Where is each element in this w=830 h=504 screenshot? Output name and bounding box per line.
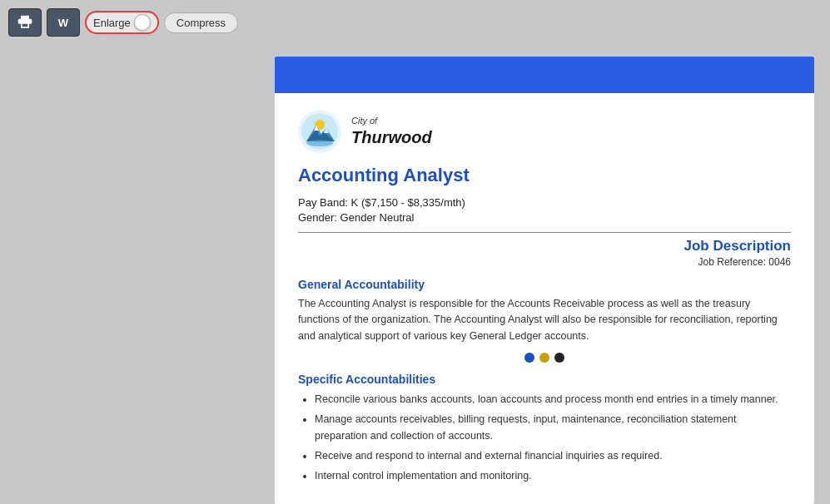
section-divider — [298, 232, 791, 233]
dot-2[interactable] — [539, 353, 549, 363]
toggle-circle[interactable] — [134, 14, 151, 31]
svg-point-7 — [306, 140, 333, 146]
print-button[interactable] — [8, 8, 42, 37]
enlarge-compress-group[interactable]: Enlarge — [85, 11, 159, 34]
org-name: Thurwood — [351, 127, 432, 147]
city-of-label: City of — [351, 116, 432, 126]
list-item: Internal control implementation and moni… — [315, 467, 791, 484]
job-title: Accounting Analyst — [298, 165, 791, 186]
jd-header-row: Job Description — [298, 238, 791, 254]
org-header: City of Thurwood — [298, 110, 791, 153]
word-button[interactable]: W — [47, 8, 80, 37]
list-item: Manage accounts receivables, billing req… — [315, 411, 791, 444]
org-logo — [298, 110, 341, 153]
specific-accountabilities-header: Specific Accountabilities — [298, 373, 791, 386]
word-icon: W — [58, 17, 68, 29]
gender-info: Gender: Gender Neutral — [298, 211, 791, 224]
doc-content: City of Thurwood Accounting Analyst Pay … — [275, 93, 814, 504]
bullet-list: Reconcile various banks accounts, loan a… — [315, 391, 791, 484]
pay-band: Pay Band: K ($7,150 - $8,335/mth) — [298, 196, 791, 209]
dot-3[interactable] — [554, 353, 564, 363]
org-name-block: City of Thurwood — [351, 116, 432, 146]
toolbar: W Enlarge Compress — [8, 8, 238, 37]
print-icon — [17, 14, 33, 31]
job-description-title: Job Description — [684, 238, 791, 254]
general-accountability-header: General Accountability — [298, 278, 791, 291]
job-reference: Job Reference: 0046 — [298, 256, 791, 268]
doc-blue-header — [275, 57, 814, 93]
general-accountability-text: The Accounting Analyst is responsible fo… — [298, 296, 791, 344]
pagination-dots — [298, 353, 791, 363]
list-item: Reconcile various banks accounts, loan a… — [315, 391, 791, 408]
list-item: Receive and respond to internal and exte… — [315, 447, 791, 464]
logo-svg — [298, 110, 341, 153]
document-container: City of Thurwood Accounting Analyst Pay … — [275, 57, 814, 504]
compress-button[interactable]: Compress — [164, 12, 238, 33]
dot-1[interactable] — [524, 353, 534, 363]
enlarge-label: Enlarge — [93, 17, 131, 29]
